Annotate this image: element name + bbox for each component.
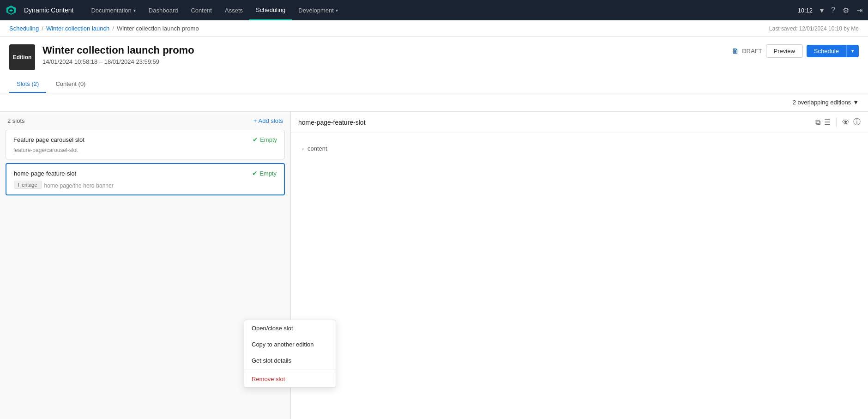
nav-scheduling[interactable]: Scheduling [249,0,292,20]
page-header: Edition Winter collection launch promo 1… [0,37,868,93]
breadcrumb: Scheduling / Winter collection launch / … [0,20,868,37]
nav-development[interactable]: Development ▾ [292,0,344,20]
tab-content[interactable]: Content (0) [48,76,93,93]
slots-header: 2 slots + Add slots [0,112,290,130]
breadcrumb-sep-1: / [42,25,43,32]
slot-name-2: home-page-feature-slot [14,170,76,177]
visibility-icon[interactable]: 👁 [842,118,850,127]
preview-button[interactable]: Preview [766,44,803,58]
breadcrumb-winter-collection[interactable]: Winter collection launch [46,25,109,32]
draft-badge: 🗎 DRAFT [732,47,762,55]
nav-assets[interactable]: Assets [218,0,249,20]
nav-documentation[interactable]: Documentation ▾ [84,0,142,20]
slot-card-top-2: home-page-feature-slot ✔ Empty [14,170,277,177]
content-label: content [307,145,327,152]
page-header-actions: 🗎 DRAFT Preview Schedule ▾ [732,44,859,58]
add-slots-button[interactable]: + Add slots [253,117,283,124]
content-row-content[interactable]: › content [298,140,861,157]
edition-badge: Edition [9,44,35,70]
right-panel-title: home-page-feature-slot [298,119,366,126]
draft-label: DRAFT [742,48,762,55]
tab-slots[interactable]: Slots (2) [9,76,46,93]
context-remove-slot[interactable]: Remove slot [244,371,336,387]
right-panel-divider [836,118,837,127]
tag-heritage: Heritage [14,181,42,189]
slot-empty-1: ✔ Empty [253,136,277,143]
context-copy-to-edition[interactable]: Copy to another edition [244,336,336,352]
context-get-slot-details[interactable]: Get slot details [244,352,336,369]
slot-path-1: feature-page/carousel-slot [13,147,277,153]
top-nav: Dynamic Content Documentation ▾ Dashboar… [0,0,868,20]
right-panel-header: home-page-feature-slot ⧉ ☰ 👁 ⓘ [291,112,868,133]
slot-empty-2: ✔ Empty [252,170,277,177]
nav-time-dropdown[interactable]: ▾ [820,6,824,15]
context-menu-divider [244,370,336,370]
help-icon[interactable]: ? [831,6,835,14]
development-arrow-icon: ▾ [336,8,338,13]
breadcrumb-sep-2: / [112,25,114,32]
page-title: Winter collection launch promo [42,44,732,56]
context-open-close-slot[interactable]: Open/close slot [244,320,336,336]
slot-card-top-1: Feature page carousel slot ✔ Empty [13,136,277,143]
settings-icon[interactable]: ⚙ [843,6,849,15]
documentation-arrow-icon: ▾ [133,8,136,13]
slot-tags-2: Heritage home-page/the-hero-banner [14,181,277,189]
slot-name-1: Feature page carousel slot [13,136,84,143]
schedule-button-group: Schedule ▾ [807,45,859,57]
main-layout: 2 slots + Add slots Feature page carouse… [0,112,868,419]
overlapping-editions-label: 2 overlapping editions [793,99,851,106]
nav-right: 10:12 ▾ ? ⚙ ⇥ [798,6,862,15]
slot-card-feature-carousel[interactable]: Feature page carousel slot ✔ Empty featu… [6,130,285,159]
nav-content[interactable]: Content [184,0,218,20]
schedule-button[interactable]: Schedule [807,45,846,57]
slots-count: 2 slots [7,117,25,124]
checklist-icon[interactable]: ☰ [824,118,831,127]
info-icon[interactable]: ⓘ [853,117,861,127]
breadcrumb-scheduling[interactable]: Scheduling [9,25,39,32]
right-panel: home-page-feature-slot ⧉ ☰ 👁 ⓘ › content [291,112,868,419]
overlapping-editions-arrow: ▼ [853,99,859,106]
context-menu: Open/close slot Copy to another edition … [244,320,336,388]
right-panel-actions: ⧉ ☰ 👁 ⓘ [815,117,861,127]
page-dates: 14/01/2024 10:58:18 – 18/01/2024 23:59:5… [42,58,732,65]
nav-time: 10:12 [798,7,813,14]
draft-icon: 🗎 [732,47,739,55]
right-panel-content: › content [291,133,868,419]
slot-sub-path-2: home-page/the-hero-banner [44,182,114,189]
last-saved: Last saved: 12/01/2024 10:10 by Me [769,25,859,32]
slot-card-home-feature[interactable]: home-page-feature-slot ✔ Empty Heritage … [6,163,285,195]
schedule-dropdown-arrow[interactable]: ▾ [846,45,859,57]
chevron-right-icon: › [302,146,304,152]
check-icon-1: ✔ [253,136,258,143]
copy-icon[interactable]: ⧉ [815,118,820,127]
overlapping-editions-button[interactable]: 2 overlapping editions ▼ [793,99,859,106]
app-name: Dynamic Content [24,6,73,14]
tabs-bar: Slots (2) Content (0) [9,76,859,93]
sign-out-icon[interactable]: ⇥ [856,6,862,15]
check-icon-2: ✔ [252,170,258,177]
breadcrumb-current: Winter collection launch promo [117,25,199,32]
nav-dashboard[interactable]: Dashboard [142,0,185,20]
page-title-block: Winter collection launch promo 14/01/202… [42,44,732,65]
app-logo[interactable] [6,5,17,16]
overlapping-bar: 2 overlapping editions ▼ [0,93,868,112]
